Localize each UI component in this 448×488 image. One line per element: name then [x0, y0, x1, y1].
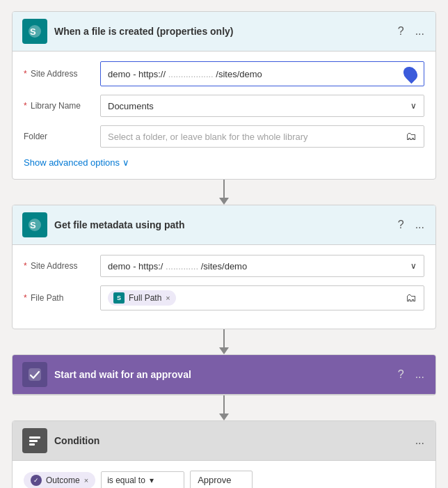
- condition-title: Condition: [54, 435, 407, 446]
- approval-card: Start and wait for an approval ? ...: [12, 354, 436, 395]
- folder-input[interactable]: Select a folder, or leave blank for the …: [100, 125, 424, 148]
- connector-1: [219, 180, 229, 205]
- site-address-row: * Site Address demo - https:// .........…: [24, 61, 424, 86]
- arrow-line-1: [223, 180, 225, 198]
- file-path-label: * File Path: [24, 293, 93, 303]
- file-path-row: * File Path S Full Path × 🗂: [24, 285, 424, 310]
- library-name-dropdown[interactable]: Documents ∨: [100, 95, 424, 117]
- trigger-actions: ? ...: [397, 24, 426, 39]
- flow-canvas: S When a file is created (properties onl…: [11, 11, 437, 488]
- approval-card-header: Start and wait for an approval ? ...: [13, 355, 435, 395]
- trigger-card: S When a file is created (properties onl…: [12, 11, 436, 180]
- required-star-2: *: [24, 101, 27, 111]
- trigger-card-body: * Site Address demo - https:// .........…: [13, 52, 435, 179]
- file-path-input[interactable]: S Full Path × 🗂: [100, 285, 424, 310]
- svg-text:S: S: [30, 220, 36, 230]
- arrow-line-3: [223, 395, 225, 414]
- metadata-site-value: demo - https:/ ............. /sites/demo: [108, 261, 247, 271]
- svg-rect-5: [29, 436, 40, 439]
- condition-operator-label: is equal to: [107, 475, 145, 485]
- full-path-tag: S Full Path ×: [108, 290, 176, 306]
- metadata-site-address-dropdown[interactable]: demo - https:/ ............. /sites/demo…: [100, 255, 424, 277]
- metadata-card-header: S Get file metadata using path ? ...: [13, 205, 435, 245]
- metadata-title: Get file metadata using path: [54, 219, 390, 230]
- condition-actions: ...: [414, 433, 426, 448]
- outcome-tag-label: Outcome: [46, 475, 80, 485]
- library-name-label: * Library Name: [24, 101, 93, 111]
- approval-title: Start and wait for an approval: [54, 369, 390, 380]
- condition-card: Condition ... ✓ Outcome × is equal to ▾: [12, 420, 436, 488]
- approval-icon: [22, 362, 47, 387]
- metadata-icon: S: [22, 212, 47, 237]
- full-path-label: Full Path: [129, 293, 161, 303]
- metadata-site-address-label: * Site Address: [24, 261, 93, 271]
- metadata-actions: ? ...: [397, 217, 426, 233]
- condition-card-header: Condition ...: [13, 421, 435, 461]
- arrow-line-2: [223, 329, 225, 347]
- show-advanced-btn[interactable]: Show advanced options ∨: [24, 156, 129, 169]
- required-star-4: *: [24, 293, 27, 303]
- metadata-help-btn[interactable]: ?: [397, 217, 406, 233]
- condition-operator-dropdown[interactable]: is equal to ▾: [101, 471, 184, 489]
- trigger-card-header: S When a file is created (properties onl…: [13, 12, 435, 52]
- arrow-head-1: [219, 198, 229, 205]
- outcome-tag-icon: ✓: [31, 475, 42, 486]
- svg-rect-7: [29, 443, 35, 446]
- file-path-tag-sharepoint-icon: S: [113, 292, 125, 304]
- approval-actions: ? ...: [397, 367, 426, 382]
- svg-rect-6: [29, 440, 38, 442]
- condition-more-btn[interactable]: ...: [414, 433, 426, 448]
- required-star-3: *: [24, 261, 27, 271]
- library-name-value: Documents: [108, 101, 154, 111]
- condition-card-body: ✓ Outcome × is equal to ▾ Approve + Add: [13, 461, 435, 488]
- library-name-chevron-icon: ∨: [410, 101, 417, 111]
- connector-3: [219, 395, 229, 420]
- trigger-title: When a file is created (properties only): [54, 26, 390, 37]
- approval-help-btn[interactable]: ?: [397, 367, 406, 382]
- condition-value-input[interactable]: Approve: [190, 471, 253, 488]
- library-name-row: * Library Name Documents ∨: [24, 95, 424, 117]
- site-address-label: * Site Address: [24, 69, 93, 79]
- folder-label: Folder: [24, 132, 93, 141]
- svg-text:S: S: [30, 26, 36, 37]
- metadata-card-body: * Site Address demo - https:/ ..........…: [13, 245, 435, 329]
- required-star: *: [24, 69, 27, 79]
- outcome-tag-close-icon[interactable]: ×: [84, 476, 88, 485]
- trigger-icon: S: [22, 19, 47, 44]
- trigger-help-btn[interactable]: ?: [397, 24, 406, 39]
- metadata-more-btn[interactable]: ...: [414, 217, 426, 233]
- arrow-head-3: [219, 414, 229, 420]
- outcome-tag: ✓ Outcome ×: [24, 472, 95, 489]
- site-address-value: demo - https:// .................. /site…: [108, 69, 262, 79]
- condition-row: ✓ Outcome × is equal to ▾ Approve: [24, 471, 424, 488]
- metadata-site-address-row: * Site Address demo - https:/ ..........…: [24, 255, 424, 277]
- condition-icon: [22, 428, 47, 453]
- trigger-more-btn[interactable]: ...: [414, 24, 426, 39]
- arrow-head-2: [219, 347, 229, 354]
- drop-indicator-icon: [401, 64, 420, 84]
- full-path-close-icon[interactable]: ×: [166, 294, 170, 302]
- approval-more-btn[interactable]: ...: [414, 367, 426, 382]
- metadata-site-chevron-icon: ∨: [410, 261, 417, 271]
- condition-value-text: Approve: [198, 475, 231, 485]
- condition-operator-chevron-icon: ▾: [150, 475, 154, 485]
- folder-row: Folder Select a folder, or leave blank f…: [24, 125, 424, 148]
- file-path-folder-icon: 🗂: [406, 292, 417, 304]
- connector-2: [219, 329, 229, 354]
- trigger-site-address-input[interactable]: demo - https:// .................. /site…: [100, 61, 424, 86]
- folder-icon: 🗂: [406, 130, 417, 143]
- folder-placeholder: Select a folder, or leave blank for the …: [108, 132, 308, 142]
- metadata-card: S Get file metadata using path ? ... * S…: [12, 205, 436, 329]
- advanced-chevron-icon: ∨: [122, 157, 129, 168]
